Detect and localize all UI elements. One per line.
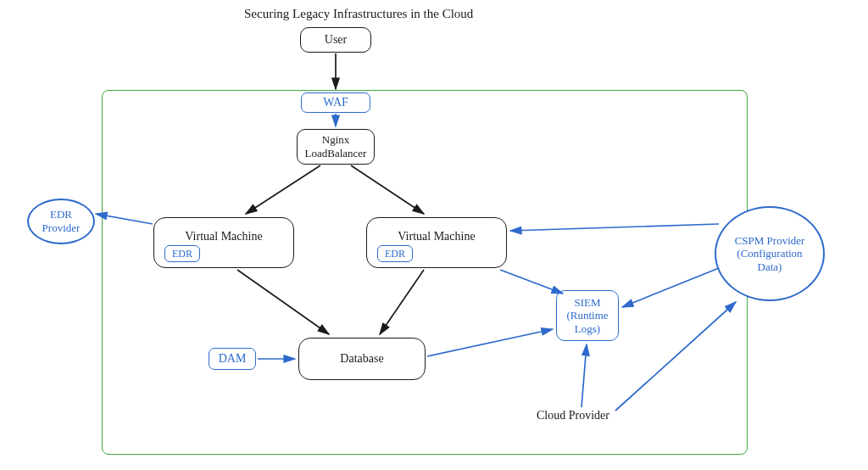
arrow-db-siem: [427, 329, 553, 356]
arrow-cloud-siem: [581, 344, 587, 407]
arrow-vm2-siem: [500, 270, 563, 294]
arrow-vm1-db: [237, 270, 329, 334]
arrow-vm2-db: [380, 270, 424, 334]
arrow-vm1-edr: [96, 214, 153, 224]
arrows-layer: [0, 0, 868, 470]
arrow-cloud-cspm: [615, 302, 736, 411]
arrow-nginx-vm1: [246, 165, 320, 214]
arrow-cspm-siem: [622, 268, 719, 307]
arrow-cspm-vm2: [510, 224, 719, 231]
arrow-nginx-vm2: [351, 165, 424, 214]
